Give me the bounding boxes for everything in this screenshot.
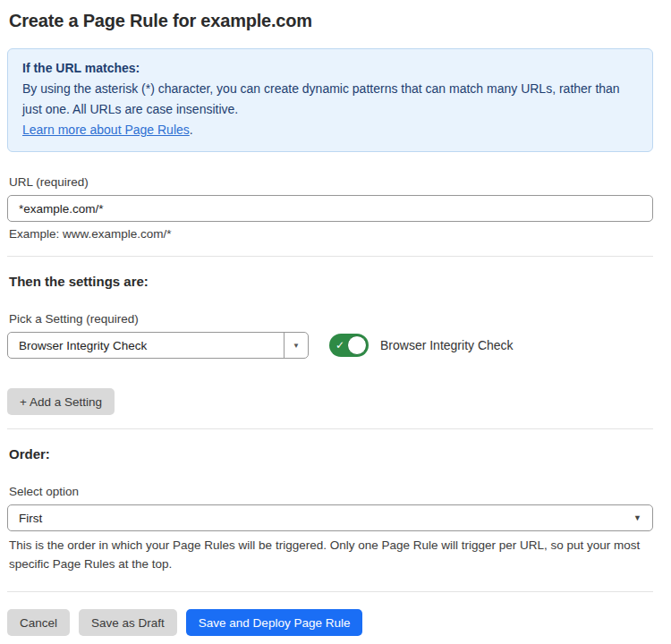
setting-select-arrow-button[interactable]: ▼	[284, 333, 308, 358]
setting-select-value: Browser Integrity Check	[8, 339, 284, 352]
divider	[7, 428, 653, 429]
page-rule-form: Create a Page Rule for example.com If th…	[0, 0, 671, 636]
learn-more-link[interactable]: Learn more about Page Rules	[22, 123, 190, 137]
setting-row: Browser Integrity Check ▼ ✓ Browser Inte…	[7, 332, 653, 359]
link-suffix: .	[190, 123, 193, 137]
check-icon: ✓	[336, 340, 344, 351]
setting-toggle[interactable]: ✓	[329, 334, 369, 357]
setting-toggle-label: Browser Integrity Check	[380, 338, 514, 352]
chevron-down-icon: ▼	[633, 513, 652, 522]
setting-select[interactable]: Browser Integrity Check ▼	[7, 332, 309, 359]
order-section-heading: Order:	[9, 446, 653, 462]
chevron-down-icon: ▼	[293, 342, 300, 350]
info-box-body: By using the asterisk (*) character, you…	[22, 79, 638, 120]
form-actions: Cancel Save as Draft Save and Deploy Pag…	[7, 609, 653, 636]
order-select-label: Select option	[9, 485, 653, 498]
url-input[interactable]	[7, 195, 653, 222]
save-deploy-button[interactable]: Save and Deploy Page Rule	[186, 609, 363, 636]
cancel-button[interactable]: Cancel	[7, 609, 70, 636]
save-draft-button[interactable]: Save as Draft	[79, 609, 177, 636]
divider	[7, 256, 653, 257]
setting-picker-label: Pick a Setting (required)	[9, 312, 653, 326]
order-select[interactable]: First ▼	[7, 504, 653, 531]
url-field-label: URL (required)	[9, 175, 653, 189]
toggle-knob	[347, 335, 367, 355]
info-box-link-line: Learn more about Page Rules.	[22, 120, 638, 140]
settings-section-heading: Then the settings are:	[9, 274, 653, 289]
page-title: Create a Page Rule for example.com	[9, 11, 653, 31]
info-box-heading: If the URL matches:	[22, 58, 638, 79]
divider	[7, 591, 653, 592]
url-example-helper: Example: www.example.com/*	[9, 227, 653, 241]
url-match-info-box: If the URL matches: By using the asteris…	[7, 48, 653, 152]
order-select-value: First	[8, 512, 633, 525]
add-setting-button[interactable]: + Add a Setting	[7, 388, 115, 415]
order-helper-text: This is the order in which your Page Rul…	[9, 536, 655, 573]
